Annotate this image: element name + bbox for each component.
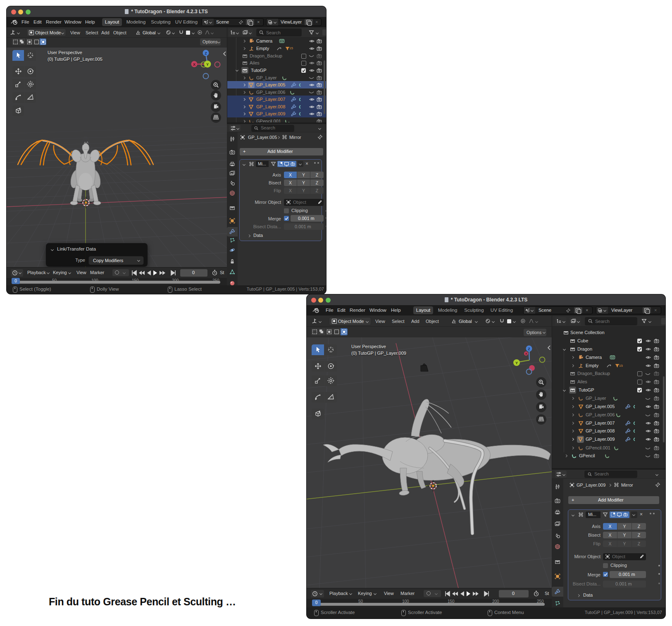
svg-text:Z: Z [528,347,530,351]
svg-text:Y: Y [515,361,518,365]
svg-text:Y: Y [206,62,209,67]
svg-text:Z: Z [205,51,207,55]
svg-text:X: X [525,352,527,355]
svg-text:X: X [193,62,195,67]
